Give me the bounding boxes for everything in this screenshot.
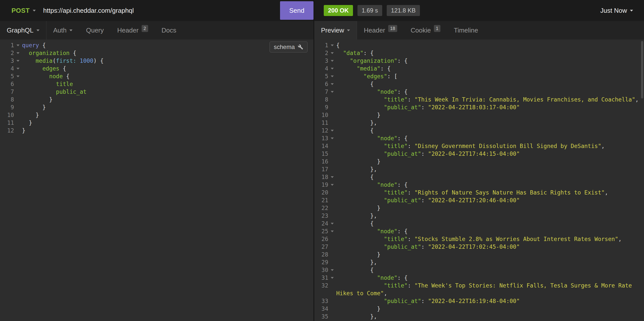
code-line: 6 title [0, 80, 314, 88]
fold-arrow-icon[interactable] [331, 83, 334, 85]
fold-arrow-icon[interactable] [331, 60, 334, 62]
method-label: POST [12, 7, 30, 15]
line-number: 31 [314, 274, 328, 282]
fold-arrow-icon[interactable] [331, 76, 334, 77]
size-badge: 121.8 KB [387, 5, 420, 16]
fold-arrow-icon[interactable] [331, 269, 334, 271]
fold-cell [328, 173, 336, 181]
line-number: 33 [314, 297, 328, 305]
gutter: 26 [314, 235, 336, 243]
fold-arrow-icon[interactable] [331, 184, 334, 186]
gutter: 10 [314, 111, 336, 119]
code-text: "public_at": "2022-04-22T17:20:46-04:00" [336, 196, 644, 204]
gutter: 17 [314, 165, 336, 173]
code-line: 9 } [0, 104, 314, 111]
code-text: { [336, 42, 644, 49]
fold-arrow-icon[interactable] [331, 277, 334, 279]
tab-cookies[interactable]: Cookie 1 [404, 21, 447, 40]
fold-cell [328, 181, 336, 189]
fold-arrow-icon[interactable] [331, 138, 334, 139]
request-body-editor[interactable]: schema 1query {2 organization {3 media(f… [0, 40, 314, 321]
fold-arrow-icon[interactable] [16, 60, 20, 62]
line-number: 1 [0, 42, 14, 49]
code-line: 22 } [314, 204, 644, 212]
code-line: 10 } [0, 111, 314, 119]
method-dropdown[interactable]: POST [0, 7, 36, 15]
gutter: 18 [314, 173, 336, 181]
tab-response-headers[interactable]: Header 18 [357, 21, 404, 40]
tab-docs[interactable]: Docs [155, 21, 183, 40]
line-number: 28 [314, 251, 328, 258]
fold-arrow-icon[interactable] [331, 176, 334, 178]
schema-button[interactable]: schema [270, 42, 308, 53]
fold-cell [328, 127, 336, 135]
fold-cell [328, 158, 336, 165]
fold-arrow-icon[interactable] [331, 223, 334, 224]
line-number: 32 [314, 282, 328, 297]
tab-query[interactable]: Query [79, 21, 110, 40]
history-dropdown[interactable]: Just Now [600, 7, 644, 15]
tab-timeline[interactable]: Timeline [447, 21, 485, 40]
code-line: 2 organization { [0, 49, 314, 57]
tab-label: Docs [162, 27, 176, 34]
gutter: 12 [314, 127, 336, 135]
code-text: "title": "This Week In Trivia: Cannabis,… [336, 96, 644, 104]
body-type-dropdown[interactable]: GraphQL [0, 21, 46, 40]
send-button[interactable]: Send [280, 1, 314, 20]
fold-arrow-icon[interactable] [16, 52, 20, 54]
line-number: 22 [314, 204, 328, 212]
line-number: 21 [314, 196, 328, 204]
code-line: 6 { [314, 80, 644, 88]
fold-arrow-icon[interactable] [331, 52, 334, 54]
fold-cell [14, 49, 22, 57]
fold-arrow-icon[interactable] [331, 91, 334, 93]
fold-arrow-icon[interactable] [16, 68, 20, 70]
gutter: 32 [314, 282, 336, 297]
fold-cell [328, 313, 336, 320]
gutter: 4 [0, 65, 22, 73]
url-input[interactable]: https://api.cheddar.com/graphql [43, 7, 280, 15]
fold-arrow-icon[interactable] [16, 76, 20, 77]
fold-arrow-icon[interactable] [331, 68, 334, 70]
code-line: 12} [0, 127, 314, 135]
gutter: 8 [314, 96, 336, 104]
gutter: 16 [314, 158, 336, 165]
gutter: 7 [0, 88, 22, 96]
code-line: 5 node { [0, 73, 314, 80]
gutter: 11 [314, 119, 336, 127]
fold-arrow-icon[interactable] [331, 230, 334, 232]
fold-arrow-icon[interactable] [331, 130, 334, 132]
fold-cell [14, 104, 22, 111]
fold-cell [328, 297, 336, 305]
fold-cell [328, 96, 336, 104]
tab-label: Auth [53, 27, 67, 34]
code-line: 26 "title": "Stocks Stumble 2.8% as Worr… [314, 235, 644, 243]
line-number: 7 [314, 88, 328, 96]
code-line: 4 "media": { [314, 65, 644, 73]
gutter: 31 [314, 274, 336, 282]
tab-request-headers[interactable]: Header 2 [110, 21, 155, 40]
gutter: 20 [314, 189, 336, 196]
fold-arrow-icon[interactable] [331, 45, 334, 46]
preview-mode-dropdown[interactable]: Preview [314, 21, 357, 40]
fold-arrow-icon[interactable] [16, 45, 20, 46]
scrollbar-thumb[interactable] [641, 41, 643, 99]
fold-cell [14, 127, 22, 135]
response-scrollbar[interactable] [640, 40, 644, 321]
tab-label: Query [86, 27, 104, 34]
response-tab-bar: Preview Header 18 Cookie 1 Timeline [314, 21, 644, 40]
line-number: 9 [314, 104, 328, 111]
tab-auth[interactable]: Auth [46, 21, 80, 40]
response-body-viewer: 1{2 "data": {3 "organization": {4 "media… [314, 40, 644, 321]
code-line: 19 "node": { [314, 181, 644, 189]
gutter: 23 [314, 212, 336, 220]
fold-cell [328, 42, 336, 49]
fold-cell [14, 65, 22, 73]
code-text: "public_at": "2022-04-22T16:19:48-04:00" [336, 297, 644, 305]
fold-cell [328, 251, 336, 258]
code-text: { [336, 220, 644, 227]
code-line: 16 } [314, 158, 644, 165]
code-text: "edges": [ [336, 73, 644, 80]
code-line: 3 media(first: 1000) { [0, 57, 314, 65]
fold-cell [328, 111, 336, 119]
